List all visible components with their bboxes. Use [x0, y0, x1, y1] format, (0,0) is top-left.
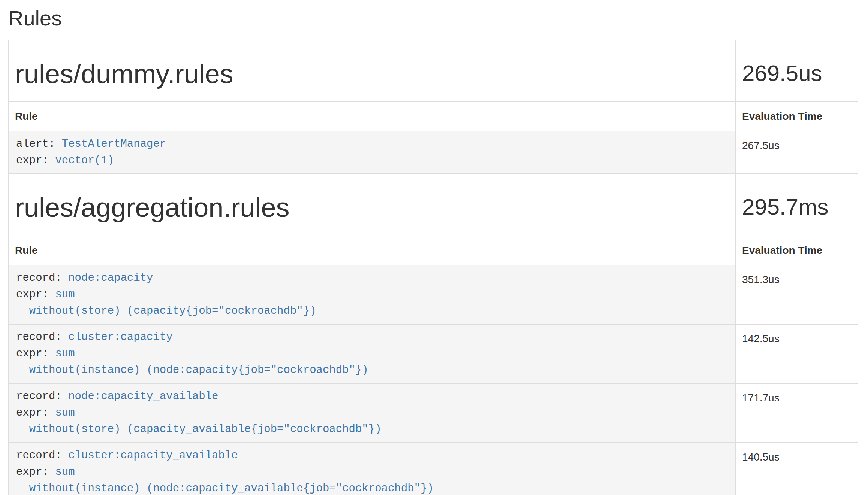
expr-link[interactable]: sum without(instance) (node:capacity_ava… — [16, 466, 434, 495]
rule-definition: alert:TestAlertManager expr:vector(1) — [9, 131, 735, 173]
rule-definition: record:cluster:capacity expr:sum without… — [9, 325, 735, 383]
group-file-name: rules/aggregation.rules — [15, 194, 729, 222]
expr-link[interactable]: vector(1) — [55, 154, 114, 167]
rule-row: record:cluster:capacity_available expr:s… — [9, 443, 858, 495]
group-total-cell: 269.5us — [736, 40, 858, 102]
rule-kind-label: record: — [16, 390, 62, 403]
rule-evaluation-time: 142.5us — [736, 324, 858, 383]
rule-kind-label: record: — [16, 272, 62, 284]
expr-link[interactable]: sum without(store) (capacity_available{j… — [16, 407, 382, 435]
group-file-name: rules/dummy.rules — [15, 60, 729, 88]
rule-evaluation-time: 351.3us — [736, 265, 858, 324]
group-total-evaluation-time: 295.7ms — [742, 195, 852, 219]
group-header-row: rules/dummy.rules 269.5us — [9, 40, 858, 102]
alert-name-link[interactable]: TestAlertManager — [62, 138, 166, 150]
rule-code-cell: record:node:capacity_available expr:sum … — [9, 383, 736, 443]
rule-group: rules/aggregation.rules 295.7ms Rule Eva… — [9, 174, 858, 495]
rule-code-cell: record:cluster:capacity_available expr:s… — [9, 443, 736, 495]
column-header-row: Rule Evaluation Time — [9, 102, 858, 131]
rule-kind-label: record: — [16, 449, 62, 462]
record-name-link[interactable]: cluster:capacity_available — [68, 449, 238, 462]
rule-kind-label: alert: — [16, 138, 55, 150]
rule-column-header: Rule — [9, 102, 736, 131]
rule-code-cell: alert:TestAlertManager expr:vector(1) — [9, 131, 736, 174]
expr-label: expr: — [16, 288, 49, 301]
record-name-link[interactable]: node:capacity — [68, 272, 153, 284]
evaluation-time-column-header: Evaluation Time — [736, 236, 858, 265]
rule-evaluation-time: 171.7us — [736, 383, 858, 443]
group-total-evaluation-time: 269.5us — [742, 61, 852, 85]
rule-column-header: Rule — [9, 236, 736, 265]
expr-label: expr: — [16, 347, 49, 360]
rule-evaluation-time: 140.5us — [736, 443, 858, 495]
rule-code-cell: record:cluster:capacity expr:sum without… — [9, 324, 736, 383]
column-header-row: Rule Evaluation Time — [9, 236, 858, 265]
rules-table: rules/dummy.rules 269.5us Rule Evaluatio… — [8, 40, 858, 495]
record-name-link[interactable]: cluster:capacity — [68, 331, 172, 343]
rule-definition: record:node:capacity expr:sum without(st… — [9, 265, 735, 324]
group-file-cell: rules/aggregation.rules — [9, 174, 736, 236]
rule-row: record:cluster:capacity expr:sum without… — [9, 324, 858, 383]
expr-label: expr: — [16, 466, 49, 478]
rule-code-cell: record:node:capacity expr:sum without(st… — [9, 265, 736, 324]
rule-evaluation-time: 267.5us — [736, 131, 858, 174]
rule-row: alert:TestAlertManager expr:vector(1) 26… — [9, 131, 858, 174]
expr-label: expr: — [16, 407, 49, 419]
group-header-row: rules/aggregation.rules 295.7ms — [9, 174, 858, 236]
rule-row: record:node:capacity_available expr:sum … — [9, 383, 858, 443]
evaluation-time-column-header: Evaluation Time — [736, 102, 858, 131]
rules-page: Rules rules/dummy.rules 269.5us Rule Eva… — [0, 7, 868, 495]
expr-label: expr: — [16, 154, 49, 167]
expr-link[interactable]: sum without(instance) (node:capacity{job… — [16, 347, 368, 376]
expr-link[interactable]: sum without(store) (capacity{job="cockro… — [16, 288, 316, 317]
group-total-cell: 295.7ms — [736, 174, 858, 236]
rule-row: record:node:capacity expr:sum without(st… — [9, 265, 858, 324]
rule-group: rules/dummy.rules 269.5us Rule Evaluatio… — [9, 40, 858, 174]
rule-definition: record:cluster:capacity_available expr:s… — [9, 443, 735, 495]
page-title: Rules — [8, 7, 859, 30]
group-file-cell: rules/dummy.rules — [9, 40, 736, 102]
rule-definition: record:node:capacity_available expr:sum … — [9, 384, 735, 442]
rule-kind-label: record: — [16, 331, 62, 343]
record-name-link[interactable]: node:capacity_available — [68, 390, 218, 403]
